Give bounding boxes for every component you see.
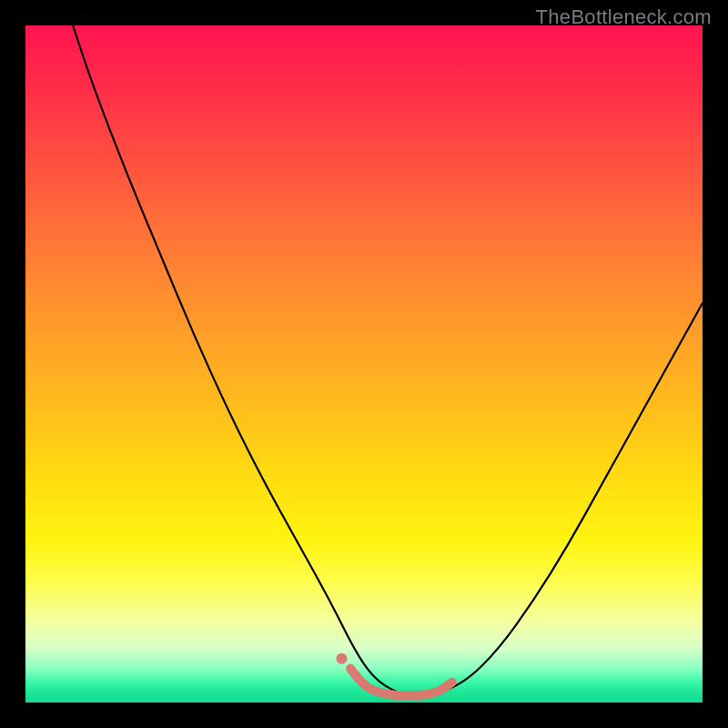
plot-area: [25, 25, 703, 703]
optimal-range-marker: [350, 669, 452, 696]
optimal-start-dot-icon: [336, 653, 347, 664]
curve-layer: [25, 25, 703, 703]
chart-frame: TheBottleneck.com: [0, 0, 728, 728]
bottleneck-curve: [73, 25, 703, 696]
